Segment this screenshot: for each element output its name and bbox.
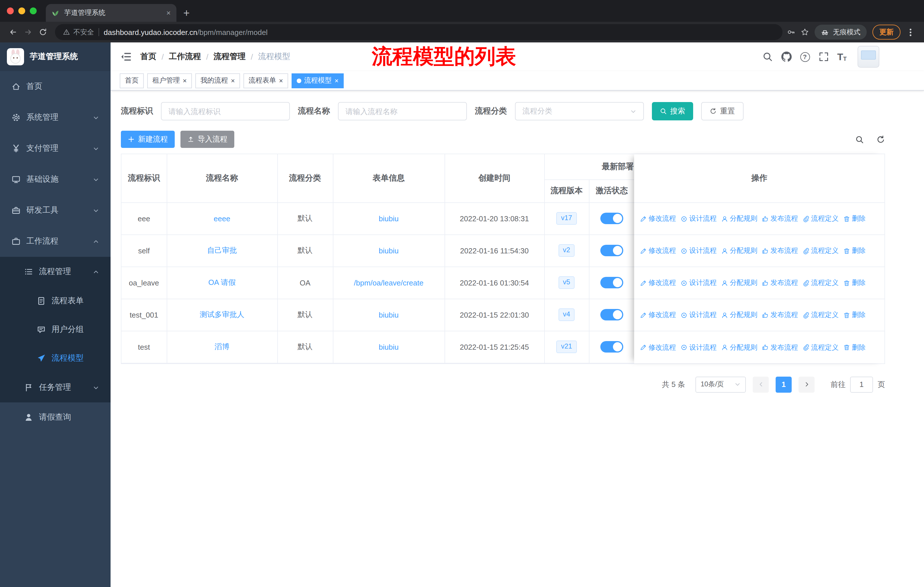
action-edit-process[interactable]: 修改流程	[640, 214, 676, 223]
sidebar-item-user-group[interactable]: 用户分组	[0, 315, 111, 344]
sidebar-item-system[interactable]: 系统管理	[0, 102, 111, 133]
security-chip[interactable]: 不安全	[63, 27, 94, 37]
key-icon[interactable]	[787, 28, 795, 36]
back-button[interactable]	[6, 25, 21, 40]
browser-menu-icon[interactable]	[910, 31, 911, 33]
import-process-button[interactable]: 导入流程	[180, 131, 234, 148]
sidebar-item-home[interactable]: 首页	[0, 71, 111, 102]
status-toggle[interactable]	[601, 213, 623, 224]
prev-page-button[interactable]	[753, 376, 769, 392]
action-delete[interactable]: 删除	[843, 278, 866, 288]
action-assign-rule[interactable]: 分配规则	[721, 246, 757, 256]
process-key-input[interactable]	[161, 102, 290, 121]
create-process-button[interactable]: 新建流程	[121, 131, 175, 148]
action-publish-process[interactable]: 发布流程	[762, 342, 798, 352]
search-icon[interactable]	[762, 51, 772, 62]
sidebar-item-infrastructure[interactable]: 基础设施	[0, 164, 111, 195]
action-delete[interactable]: 删除	[843, 342, 866, 352]
new-tab-button[interactable]: +	[177, 7, 198, 22]
form-info-link[interactable]: biubiu	[379, 214, 398, 223]
action-edit-process[interactable]: 修改流程	[640, 246, 676, 256]
form-info-link[interactable]: biubiu	[379, 342, 398, 351]
search-button[interactable]: 搜索	[652, 102, 693, 121]
reload-button[interactable]	[36, 25, 50, 40]
close-icon[interactable]: ×	[183, 77, 187, 84]
github-icon[interactable]	[781, 51, 791, 62]
sidebar-item-leave-query[interactable]: 请假查询	[0, 402, 111, 432]
sidebar-item-process-form[interactable]: 流程表单	[0, 287, 111, 315]
action-assign-rule[interactable]: 分配规则	[721, 310, 757, 320]
forward-button[interactable]	[21, 25, 36, 40]
refresh-table-icon[interactable]	[876, 135, 885, 144]
current-page-button[interactable]: 1	[776, 376, 792, 392]
close-icon[interactable]: ×	[335, 77, 338, 84]
font-size-icon[interactable]: TT	[837, 52, 846, 62]
action-process-definition[interactable]: 流程定义	[803, 214, 839, 223]
breadcrumb-process-management[interactable]: 流程管理	[214, 51, 246, 62]
window-zoom-button[interactable]	[30, 7, 37, 14]
sidebar-item-dev-tools[interactable]: 研发工具	[0, 195, 111, 226]
process-name-link[interactable]: OA 请假	[208, 278, 236, 287]
close-icon[interactable]: ×	[279, 77, 283, 84]
sidebar-item-process-management[interactable]: 流程管理	[0, 257, 111, 287]
sidebar-item-workflow[interactable]: 工作流程	[0, 226, 111, 257]
form-info-link[interactable]: /bpm/oa/leave/create	[354, 278, 424, 287]
breadcrumb-workflow[interactable]: 工作流程	[169, 51, 201, 62]
action-edit-process[interactable]: 修改流程	[640, 278, 676, 288]
status-toggle[interactable]	[601, 309, 623, 321]
form-info-link[interactable]: biubiu	[379, 311, 398, 319]
action-publish-process[interactable]: 发布流程	[762, 278, 798, 288]
sidebar-item-process-model[interactable]: 流程模型	[0, 344, 111, 373]
action-process-definition[interactable]: 流程定义	[803, 310, 839, 320]
action-assign-rule[interactable]: 分配规则	[721, 278, 757, 288]
update-button[interactable]: 更新	[873, 25, 901, 40]
window-close-button[interactable]	[7, 7, 14, 14]
address-bar[interactable]: 不安全 dashboard.yudao.iocoder.cn/bpm/manag…	[55, 24, 782, 40]
sidebar-item-payment[interactable]: 支付管理	[0, 133, 111, 164]
user-avatar[interactable]	[858, 46, 879, 68]
sidebar-collapse-icon[interactable]	[120, 50, 132, 63]
process-name-link[interactable]: eeee	[214, 214, 230, 223]
process-name-link[interactable]: 自己审批	[207, 246, 237, 255]
next-page-button[interactable]	[799, 376, 815, 392]
fullscreen-icon[interactable]	[818, 51, 828, 62]
browser-tab[interactable]: 芋道管理系统 ×	[46, 4, 177, 22]
action-assign-rule[interactable]: 分配规则	[721, 342, 757, 352]
action-design-process[interactable]: 设计流程	[681, 310, 717, 320]
search-toggle-icon[interactable]	[855, 135, 864, 144]
action-edit-process[interactable]: 修改流程	[640, 342, 676, 352]
help-icon[interactable]: ?	[800, 52, 810, 62]
action-delete[interactable]: 删除	[843, 310, 866, 320]
reset-button[interactable]: 重置	[701, 102, 744, 121]
tag-my-process[interactable]: 我的流程×	[195, 73, 240, 88]
action-process-definition[interactable]: 流程定义	[803, 278, 839, 288]
tab-close-icon[interactable]: ×	[167, 9, 171, 17]
action-design-process[interactable]: 设计流程	[681, 246, 717, 256]
form-info-link[interactable]: biubiu	[379, 246, 398, 255]
action-publish-process[interactable]: 发布流程	[762, 214, 798, 223]
sidebar-logo[interactable]: 芋道管理系统	[0, 42, 111, 71]
action-design-process[interactable]: 设计流程	[681, 342, 717, 352]
action-process-definition[interactable]: 流程定义	[803, 246, 839, 256]
window-minimize-button[interactable]	[18, 7, 25, 14]
bookmark-star-icon[interactable]	[801, 28, 809, 36]
page-size-select[interactable]: 10条/页	[695, 376, 746, 392]
category-select[interactable]: 流程分类	[515, 102, 644, 121]
action-publish-process[interactable]: 发布流程	[762, 310, 798, 320]
process-name-link[interactable]: 测试多审批人	[200, 310, 244, 319]
breadcrumb-home[interactable]: 首页	[140, 51, 157, 62]
action-edit-process[interactable]: 修改流程	[640, 310, 676, 320]
sidebar-item-task-management[interactable]: 任务管理	[0, 373, 111, 402]
tag-home[interactable]: 首页	[120, 73, 144, 88]
process-name-input[interactable]	[338, 102, 467, 121]
action-design-process[interactable]: 设计流程	[681, 278, 717, 288]
tag-process-model[interactable]: 流程模型×	[292, 73, 344, 88]
close-icon[interactable]: ×	[231, 77, 235, 84]
action-publish-process[interactable]: 发布流程	[762, 246, 798, 256]
action-delete[interactable]: 删除	[843, 214, 866, 223]
action-delete[interactable]: 删除	[843, 246, 866, 256]
action-process-definition[interactable]: 流程定义	[803, 342, 839, 352]
tag-process-form[interactable]: 流程表单×	[243, 73, 288, 88]
goto-page-input[interactable]	[850, 376, 873, 392]
status-toggle[interactable]	[601, 245, 623, 256]
